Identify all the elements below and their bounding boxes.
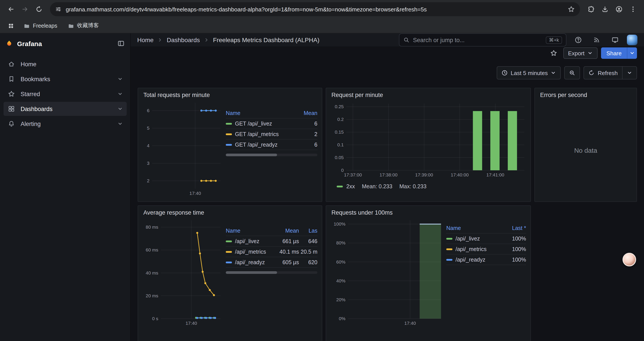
grafana-logo[interactable] xyxy=(6,40,13,47)
scrollbar-thumb[interactable] xyxy=(226,154,277,156)
svg-text:0 s: 0 s xyxy=(152,316,158,321)
back-button[interactable] xyxy=(4,3,18,16)
sidebar-item-starred[interactable]: Starred xyxy=(4,87,127,101)
zoom-out-button[interactable] xyxy=(564,66,580,80)
bookmark-folder-freeleaps[interactable]: Freeleaps xyxy=(20,21,61,31)
floating-assistant-avatar[interactable] xyxy=(622,253,636,266)
forward-button[interactable] xyxy=(18,3,32,16)
panel-title[interactable]: Requests under 100ms xyxy=(326,206,530,217)
legend-row[interactable]: /api/_livez 100% xyxy=(446,233,526,244)
chevron-down-icon[interactable] xyxy=(627,70,632,76)
series-swatch xyxy=(226,123,232,124)
time-range-picker[interactable]: Last 5 minutes xyxy=(497,66,561,80)
legend-col-last[interactable]: Last * xyxy=(503,225,526,231)
url-bar[interactable]: grafana.mathmast.com/d/deytv4rwavabkb/fr… xyxy=(50,2,580,16)
reload-icon xyxy=(36,6,42,13)
svg-text:0.15: 0.15 xyxy=(335,129,344,135)
svg-text:40%: 40% xyxy=(336,278,346,283)
url-text[interactable]: grafana.mathmast.com/d/deytv4rwavabkb/fr… xyxy=(66,6,563,13)
svg-text:5: 5 xyxy=(147,126,150,131)
help-button[interactable] xyxy=(572,33,585,47)
chevron-down-icon[interactable] xyxy=(118,76,123,82)
sidebar-item-home[interactable]: Home xyxy=(4,57,127,71)
help-icon xyxy=(575,37,582,44)
requests-under-100ms-chart[interactable]: 17:40100%80%60%40%20%0% xyxy=(330,217,443,326)
search-input[interactable]: Search or jump to... ⌘+k xyxy=(399,33,566,47)
sidebar-nav: Home Bookmarks Starred Dashboards xyxy=(0,54,130,131)
refresh-icon xyxy=(588,70,595,76)
chevron-down-icon[interactable] xyxy=(118,121,123,126)
user-avatar[interactable] xyxy=(627,35,638,45)
refresh-button[interactable]: Refresh xyxy=(598,70,618,76)
legend-row[interactable]: GET /api/_metrics 2 xyxy=(226,129,318,140)
downloads-button[interactable] xyxy=(598,3,612,16)
browser-menu-button[interactable] xyxy=(626,3,640,16)
legend-col-name[interactable]: Name xyxy=(226,110,296,116)
svg-text:2: 2 xyxy=(147,178,150,183)
legend-row[interactable]: /api/_readyz 605 µs 620 xyxy=(226,257,318,268)
sidebar-item-dashboards[interactable]: Dashboards xyxy=(4,102,127,116)
panel-title[interactable]: Average response time xyxy=(138,206,322,217)
average-response-time-chart[interactable]: 17:4080 ms60 ms40 ms20 ms0 s xyxy=(142,217,222,326)
svg-text:20 ms: 20 ms xyxy=(146,293,158,298)
legend-table: Name Mean GET /api/_livez 6 GET /api/_me… xyxy=(226,108,318,201)
svg-text:80%: 80% xyxy=(336,240,346,245)
legend-col-name[interactable]: Name xyxy=(446,225,503,231)
panel-title[interactable]: Total requests per minute xyxy=(138,88,322,99)
chevron-right-icon xyxy=(158,37,163,43)
panel-title[interactable]: Request per minute xyxy=(326,88,530,99)
reload-button[interactable] xyxy=(32,3,46,16)
legend-row[interactable]: /api/_livez 661 µs 646 xyxy=(226,236,318,247)
breadcrumb-current: Freeleaps Metrics Dashboard (ALPHA) xyxy=(213,37,320,44)
apps-shortcut-button[interactable] xyxy=(5,20,17,31)
request-per-minute-chart[interactable]: 17:37:0017:38:0017:39:0017:40:0017:41:00… xyxy=(330,100,526,178)
extensions-button[interactable] xyxy=(584,3,598,16)
share-button[interactable]: Share xyxy=(601,47,627,59)
display-button[interactable] xyxy=(608,33,622,47)
grafana-sidebar: Grafana Home Bookmarks Starred xyxy=(0,33,131,341)
legend-row[interactable]: /api/_readyz 100% xyxy=(446,254,526,265)
favorite-dashboard-button[interactable] xyxy=(547,47,560,59)
profile-icon xyxy=(616,6,622,13)
chevron-down-icon[interactable] xyxy=(118,91,123,97)
legend-row[interactable]: /api/_metrics 40.1 ms 20.5 m xyxy=(226,247,318,257)
screen: grafana.mathmast.com/d/deytv4rwavabkb/fr… xyxy=(0,0,644,341)
legend-row[interactable]: /api/_metrics 100% xyxy=(446,244,526,254)
bookmark-folder-blogs[interactable]: 收藏博客 xyxy=(64,20,102,31)
legend-col-mean[interactable]: Mean xyxy=(296,110,318,116)
panel-title[interactable]: Errors per second xyxy=(535,88,636,99)
legend-scrollbar[interactable] xyxy=(226,154,318,156)
export-button[interactable]: Export xyxy=(563,47,598,59)
sidebar-item-bookmarks[interactable]: Bookmarks xyxy=(4,72,127,86)
svg-text:20%: 20% xyxy=(336,297,346,302)
search-placeholder: Search or jump to... xyxy=(413,37,542,43)
legend-row[interactable]: GET /api/_livez 6 xyxy=(226,119,318,129)
bookmark-star-icon[interactable] xyxy=(568,6,575,13)
sidebar-item-alerting[interactable]: Alerting xyxy=(4,117,127,131)
folder-icon xyxy=(24,23,30,29)
legend-scrollbar[interactable] xyxy=(226,271,318,274)
breadcrumb: Home Dashboards Freeleaps Metrics Dashbo… xyxy=(137,37,319,44)
legend-col-mean[interactable]: Mean xyxy=(272,228,299,234)
panel-errors-per-second: Errors per second No data xyxy=(534,88,637,202)
legend-col-name[interactable]: Name xyxy=(226,228,272,234)
breadcrumb-dashboards[interactable]: Dashboards xyxy=(167,37,200,44)
share-menu-button[interactable] xyxy=(627,47,637,59)
brand-name: Grafana xyxy=(17,40,113,47)
bookmarks-bar: Freeleaps 收藏博客 xyxy=(0,19,644,33)
news-button[interactable] xyxy=(590,33,603,47)
total-requests-chart[interactable]: 17:4065432 xyxy=(142,99,222,197)
breadcrumb-home[interactable]: Home xyxy=(137,37,154,44)
svg-text:60%: 60% xyxy=(336,259,346,264)
scrollbar-thumb[interactable] xyxy=(226,271,277,274)
site-info-icon[interactable] xyxy=(55,6,62,12)
legend-row[interactable]: GET /api/_readyz 6 xyxy=(226,140,318,150)
svg-text:17:40: 17:40 xyxy=(186,320,197,326)
chevron-down-icon[interactable] xyxy=(118,106,123,112)
legend-col-last[interactable]: Las xyxy=(299,228,318,234)
svg-text:80 ms: 80 ms xyxy=(146,224,158,229)
legend-inline[interactable]: 2xx Mean: 0.233 Max: 0.233 xyxy=(330,178,526,190)
dock-sidebar-icon[interactable] xyxy=(118,40,124,47)
profile-button[interactable] xyxy=(612,3,626,16)
dashboards-grid-icon xyxy=(8,105,15,112)
